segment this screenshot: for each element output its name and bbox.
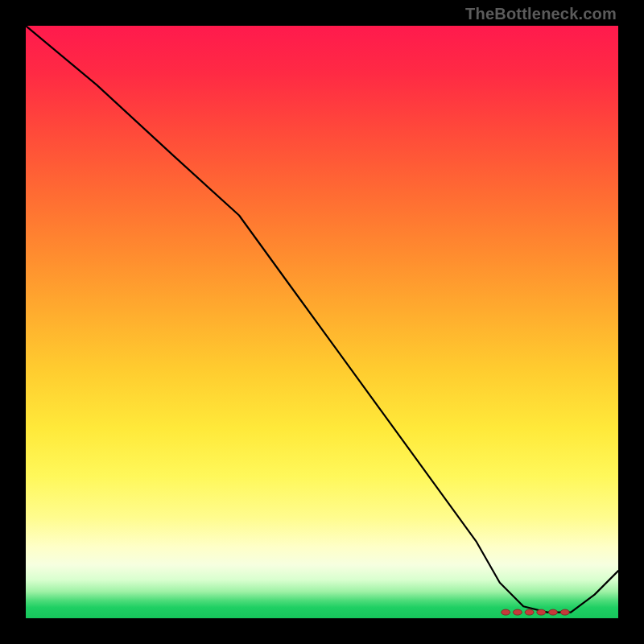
chart-frame: TheBottleneck.com (0, 0, 644, 644)
marker-point (502, 609, 510, 615)
marker-point (513, 609, 522, 615)
marker-point (549, 609, 558, 615)
marker-point (525, 609, 534, 615)
chart-overlay (26, 26, 618, 618)
plot-area (26, 26, 618, 618)
chart-line (26, 26, 618, 613)
marker-point (537, 609, 546, 615)
marker-point (560, 609, 569, 615)
watermark-text: TheBottleneck.com (465, 5, 617, 23)
